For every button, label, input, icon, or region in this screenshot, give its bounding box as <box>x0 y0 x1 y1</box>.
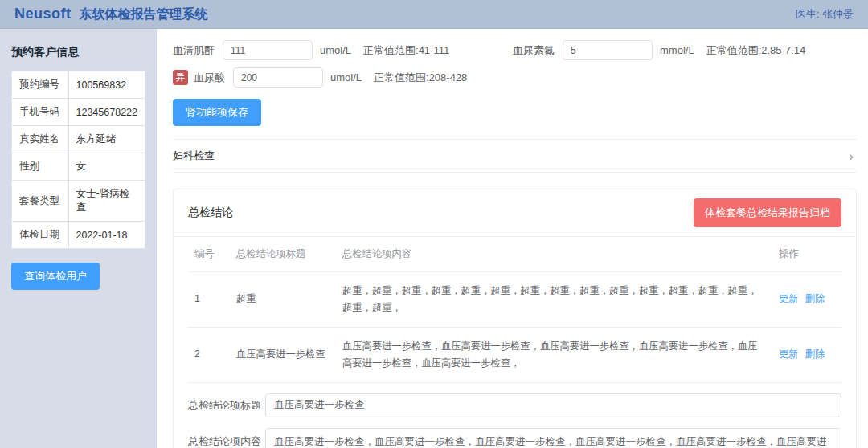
conclusion-table: 编号 总检结论项标题 总检结论项内容 操作 1 超重 超重，超重，超重，超重，超… <box>188 237 841 383</box>
delete-link[interactable]: 删除 <box>805 348 825 360</box>
kidney-form-row-2: 异 血尿酸 umol/L 正常值范围:208-428 <box>173 67 857 88</box>
conclusion-card-header: 总检结论 体检套餐总检结果报告归档 <box>174 189 856 237</box>
row-id: 2 <box>188 327 230 382</box>
conclusion-content-textarea[interactable]: 血压高要进一步检查，血压高要进一步检查，血压高要进一步检查，血压高要进一步检查，… <box>265 428 841 448</box>
column-header-id: 编号 <box>188 237 230 272</box>
app-brand: Neusoft 东软体检报告管理系统 <box>14 6 208 23</box>
urea-field: 血尿素氮 mmol/L 正常值范围:2.85-7.14 <box>513 40 805 60</box>
field-label: 性别 <box>12 153 69 181</box>
abnormal-badge: 异 <box>173 70 188 85</box>
urea-input[interactable] <box>563 40 653 60</box>
conclusion-title: 总检结论 <box>188 206 233 220</box>
urea-label: 血尿素氮 <box>513 43 555 58</box>
sidebar: 预约客户信息 预约编号 100569832 手机号码 12345678222 真… <box>0 29 157 448</box>
kidney-form-row-1: 血清肌酐 umol/L 正常值范围:41-111 血尿素氮 mmol/L 正常值… <box>173 40 857 60</box>
update-link[interactable]: 更新 <box>779 293 799 304</box>
update-link[interactable]: 更新 <box>779 348 799 360</box>
conclusion-card-body: 编号 总检结论项标题 总检结论项内容 操作 1 超重 超重，超重，超重，超重，超… <box>174 237 856 448</box>
creatinine-label: 血清肌酐 <box>173 43 215 58</box>
uric-acid-label: 血尿酸 <box>194 71 225 85</box>
customer-info-table: 预约编号 100569832 手机号码 12345678222 真实姓名 东方延… <box>11 71 145 249</box>
doctor-label: 医生: 张仲景 <box>796 7 854 22</box>
table-row: 2 血压高要进一步检查 血压高要进一步检查，血压高要进一步检查，血压高要进一步检… <box>188 327 841 382</box>
row-title: 超重 <box>230 272 336 328</box>
conclusion-title-label: 总检结论项标题 <box>188 397 265 413</box>
table-row: 真实姓名 东方延绪 <box>12 126 145 153</box>
table-row: 手机号码 12345678222 <box>12 99 145 126</box>
column-header-title: 总检结论项标题 <box>230 237 336 272</box>
neusoft-logo: Neusoft <box>14 6 72 22</box>
uric-acid-unit: umol/L <box>330 71 362 83</box>
sidebar-title: 预约客户信息 <box>11 45 145 59</box>
table-row: 预约编号 100569832 <box>12 71 145 99</box>
row-content: 血压高要进一步检查，血压高要进一步检查，血压高要进一步检查，血压高要进一步检查，… <box>336 327 772 382</box>
row-title: 血压高要进一步检查 <box>230 327 336 382</box>
app-title: 东软体检报告管理系统 <box>80 6 208 23</box>
delete-link[interactable]: 删除 <box>805 293 825 304</box>
field-label: 预约编号 <box>12 71 69 99</box>
field-label: 套餐类型 <box>12 181 69 222</box>
table-row: 体检日期 2022-01-18 <box>12 222 145 249</box>
field-label: 体检日期 <box>12 222 69 249</box>
chevron-right-icon: › <box>849 149 857 163</box>
conclusion-content-label: 总检结论项内容 <box>188 428 265 448</box>
archive-report-button[interactable]: 体检套餐总检结果报告归档 <box>694 198 841 227</box>
top-header: Neusoft 东软体检报告管理系统 医生: 张仲景 <box>0 0 868 29</box>
uric-acid-range: 正常值范围:208-428 <box>374 71 467 85</box>
field-label: 真实姓名 <box>12 126 69 153</box>
conclusion-content-form-row: 总检结论项内容 血压高要进一步检查，血压高要进一步检查，血压高要进一步检查，血压… <box>188 428 841 448</box>
field-value: 100569832 <box>68 71 145 99</box>
field-label: 手机号码 <box>12 99 69 126</box>
table-row: 1 超重 超重，超重，超重，超重，超重，超重，超重，超重，超重，超重，超重，超重… <box>188 272 841 328</box>
table-row: 套餐类型 女士-肾病检查 <box>12 181 145 222</box>
creatinine-unit: umol/L <box>320 44 351 56</box>
table-row: 性别 女 <box>12 153 145 181</box>
creatinine-range: 正常值范围:41-111 <box>363 43 449 58</box>
conclusion-title-input[interactable] <box>265 393 841 417</box>
query-user-button[interactable]: 查询体检用户 <box>11 263 100 290</box>
gynecology-collapse-title: 妇科检查 <box>173 149 215 163</box>
column-header-content: 总检结论项内容 <box>336 237 772 272</box>
main-content: 血清肌酐 umol/L 正常值范围:41-111 血尿素氮 mmol/L 正常值… <box>157 29 868 448</box>
conclusion-title-form-row: 总检结论项标题 <box>188 393 841 417</box>
uric-acid-input[interactable] <box>233 67 323 88</box>
field-value: 女 <box>68 153 145 181</box>
creatinine-input[interactable] <box>223 40 313 60</box>
conclusion-table-header-row: 编号 总检结论项标题 总检结论项内容 操作 <box>188 237 841 272</box>
urea-unit: mmol/L <box>660 44 694 56</box>
field-value: 2022-01-18 <box>68 222 145 249</box>
kidney-save-button[interactable]: 肾功能项保存 <box>173 99 261 126</box>
row-id: 1 <box>188 272 230 328</box>
field-value: 东方延绪 <box>68 126 145 153</box>
conclusion-card: 总检结论 体检套餐总检结果报告归档 编号 总检结论项标题 总检结论项内容 操作 <box>173 189 857 448</box>
field-value: 12345678222 <box>68 99 145 126</box>
page-layout: 预约客户信息 预约编号 100569832 手机号码 12345678222 真… <box>0 29 868 448</box>
urea-range: 正常值范围:2.85-7.14 <box>706 43 806 58</box>
gynecology-collapse[interactable]: 妇科检查 › <box>173 139 857 173</box>
field-value: 女士-肾病检查 <box>68 181 145 222</box>
creatinine-field: 血清肌酐 umol/L 正常值范围:41-111 <box>173 40 513 60</box>
uric-acid-field: 异 血尿酸 umol/L 正常值范围:208-428 <box>173 67 467 88</box>
column-header-operations: 操作 <box>772 237 841 272</box>
row-content: 超重，超重，超重，超重，超重，超重，超重，超重，超重，超重，超重，超重，超重，超… <box>336 272 772 328</box>
